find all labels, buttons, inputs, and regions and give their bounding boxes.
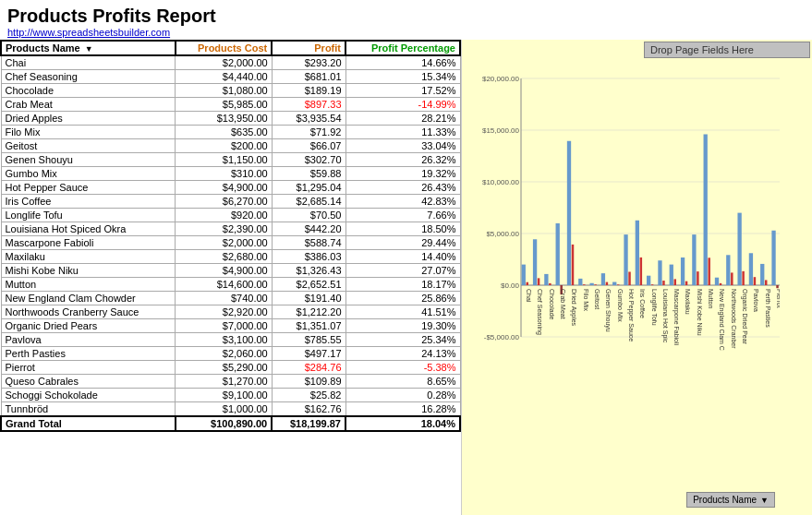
col-header-cost: Products Cost [176, 41, 272, 55]
cell-cost: $2,680.00 [176, 250, 272, 264]
cell-pct: 18.17% [345, 278, 460, 292]
cell-profit: $497.17 [272, 347, 345, 361]
cell-cost: $3,100.00 [176, 333, 272, 347]
table-row: Mishi Kobe Niku $4,900.00 $1,326.43 27.0… [1, 264, 460, 278]
cell-profit: $588.74 [272, 236, 345, 250]
cell-profit: $109.89 [272, 375, 345, 389]
cell-profit: $302.70 [272, 153, 345, 167]
cell-name: Gumbo Mix [1, 167, 176, 181]
cell-cost: $6,270.00 [176, 195, 272, 209]
website-link[interactable]: http://www.spreadsheetsbuilder.com [7, 27, 170, 38]
cell-cost: $5,290.00 [176, 361, 272, 375]
cell-pct: 0.28% [345, 389, 460, 402]
cell-name: Queso Cabrales [1, 375, 176, 389]
products-table: Products Name ▼ Products Cost Profit Pro… [0, 40, 461, 432]
cell-profit: $785.55 [272, 333, 345, 347]
cell-pct: 19.30% [345, 319, 460, 333]
table-row: Hot Pepper Sauce $4,900.00 $1,295.04 26.… [1, 181, 460, 195]
cell-profit: $442.20 [272, 222, 345, 236]
cell-pct: 14.66% [345, 55, 460, 70]
cell-name: Northwoods Cranberry Sauce [1, 305, 176, 319]
pivot-field-label: Products Name [693, 495, 757, 505]
cell-name: Hot Pepper Sauce [1, 181, 176, 195]
table-row: Genen Shouyu $1,150.00 $302.70 26.32% [1, 153, 460, 167]
table-row: Organic Dried Pears $7,000.00 $1,351.07 … [1, 319, 460, 333]
cell-name: Mishi Kobe Niku [1, 264, 176, 278]
cell-pct: 7.66% [345, 209, 460, 222]
table-row: Maxilaku $2,680.00 $386.03 14.40% [1, 250, 460, 264]
table-body: Chai $2,000.00 $293.20 14.66% Chef Seaso… [1, 55, 460, 416]
cell-pct: 29.44% [345, 236, 460, 250]
cell-name: Pavlova [1, 333, 176, 347]
cell-profit: $189.19 [272, 84, 345, 98]
cell-name: Geitost [1, 139, 176, 153]
cell-pct: 18.50% [345, 222, 460, 236]
cell-cost: $2,000.00 [176, 236, 272, 250]
cell-pct: 17.52% [345, 84, 460, 98]
table-row: Louisiana Hot Spiced Okra $2,390.00 $442… [1, 222, 460, 236]
page-title: Products Profits Report [7, 6, 805, 27]
cell-pct: 24.13% [345, 347, 460, 361]
cell-name: Mascarpone Fabioli [1, 236, 176, 250]
cell-profit: $1,212.20 [272, 305, 345, 319]
cell-pct: 27.07% [345, 264, 460, 278]
cell-name: Iris Coffee [1, 195, 176, 209]
table-row: Mascarpone Fabioli $2,000.00 $588.74 29.… [1, 236, 460, 250]
cell-pct: 26.32% [345, 153, 460, 167]
table-row: Schoggi Schokolade $9,100.00 $25.82 0.28… [1, 389, 460, 402]
cell-cost: $740.00 [176, 292, 272, 305]
cell-name: Louisiana Hot Spiced Okra [1, 222, 176, 236]
cell-profit: $681.01 [272, 70, 345, 84]
cell-profit: $1,326.43 [272, 264, 345, 278]
drop-page-fields[interactable]: Drop Page Fields Here [644, 42, 810, 58]
cell-cost: $920.00 [176, 209, 272, 222]
cell-pct: 26.43% [345, 181, 460, 195]
table-row: New England Clam Chowder $740.00 $191.40… [1, 292, 460, 305]
cell-pct: 16.28% [345, 402, 460, 417]
cell-pct: 19.32% [345, 167, 460, 181]
cell-pct: 25.86% [345, 292, 460, 305]
filter-icon[interactable]: ▼ [85, 44, 93, 54]
table-row: Crab Meat $5,985.00 $897.33 -14.99% [1, 98, 460, 112]
cell-name: Tunnbröd [1, 402, 176, 417]
cell-pct: 33.04% [345, 139, 460, 153]
chart-section: Drop Page Fields Here Products Name ▼ [462, 40, 812, 515]
cell-cost: $200.00 [176, 139, 272, 153]
cell-cost: $1,000.00 [176, 402, 272, 417]
data-table-section: Products Name ▼ Products Cost Profit Pro… [0, 40, 462, 515]
cell-profit: $293.20 [272, 55, 345, 70]
cell-pct: 8.65% [345, 375, 460, 389]
cell-profit: $2,685.14 [272, 195, 345, 209]
cell-cost: $2,390.00 [176, 222, 272, 236]
cell-profit: $3,935.54 [272, 112, 345, 126]
header: Products Profits Report http://www.sprea… [0, 0, 812, 40]
cell-cost: $4,440.00 [176, 70, 272, 84]
cell-name: Pierrot [1, 361, 176, 375]
cell-profit: $191.40 [272, 292, 345, 305]
table-row: Iris Coffee $6,270.00 $2,685.14 42.83% [1, 195, 460, 209]
cell-profit: $25.82 [272, 389, 345, 402]
table-row: Dried Apples $13,950.00 $3,935.54 28.21% [1, 112, 460, 126]
cell-name: Genen Shouyu [1, 153, 176, 167]
cell-name: Perth Pasties [1, 347, 176, 361]
cell-name: New England Clam Chowder [1, 292, 176, 305]
pivot-dropdown-icon[interactable]: ▼ [760, 496, 769, 505]
table-row: Longlife Tofu $920.00 $70.50 7.66% [1, 209, 460, 222]
table-row: Pierrot $5,290.00 $284.76 -5.38% [1, 361, 460, 375]
pivot-field-box[interactable]: Products Name ▼ [686, 492, 775, 508]
cell-pct: 25.34% [345, 333, 460, 347]
cell-name: Maxilaku [1, 250, 176, 264]
cell-cost: $13,950.00 [176, 112, 272, 126]
cell-pct: 15.34% [345, 70, 460, 84]
bar-chart [466, 69, 780, 374]
col-header-name[interactable]: Products Name ▼ [1, 41, 176, 55]
cell-pct: 42.83% [345, 195, 460, 209]
cell-name: Organic Dried Pears [1, 319, 176, 333]
cell-name: Chocolade [1, 84, 176, 98]
chart-container [466, 69, 808, 420]
cell-pct: -14.99% [345, 98, 460, 112]
cell-name: Filo Mix [1, 126, 176, 139]
cell-name: Mutton [1, 278, 176, 292]
cell-cost: $1,270.00 [176, 375, 272, 389]
cell-profit: $1,351.07 [272, 319, 345, 333]
